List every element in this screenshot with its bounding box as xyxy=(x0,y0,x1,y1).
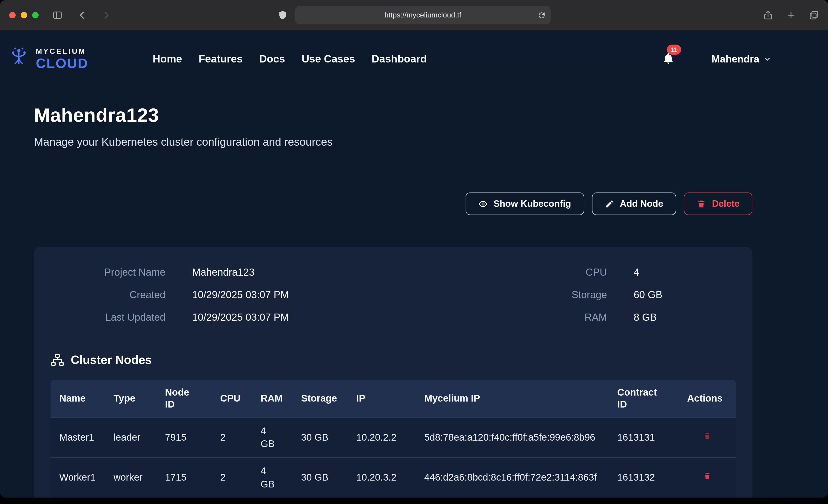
user-name: Mahendra xyxy=(711,53,759,65)
eye-icon xyxy=(478,199,487,208)
notifications-bell-icon[interactable]: 11 xyxy=(662,52,675,67)
cell-ram: 4 GB xyxy=(252,457,292,497)
site-header: MYCELIUM CLOUD Home Features Docs Use Ca… xyxy=(0,30,828,88)
table-row: Master1 leader 7915 2 4 GB 30 GB 10.20.2… xyxy=(50,417,736,457)
user-menu[interactable]: Mahendra xyxy=(711,53,771,65)
cell-type: leader xyxy=(105,417,156,457)
delete-node-button[interactable] xyxy=(703,472,711,481)
chevron-down-icon xyxy=(764,55,771,62)
history-nav xyxy=(77,10,111,20)
project-name-label: Project Name xyxy=(50,266,165,279)
close-window-button[interactable] xyxy=(9,12,16,18)
cluster-details-card: Project Name Mahendra123 Created 10/29/2… xyxy=(34,247,752,498)
created-value: 10/29/2025 03:07 PM xyxy=(192,289,289,301)
cell-ip: 10.20.2.2 xyxy=(347,417,415,457)
cell-mycelium-ip: 5d8:78ea:a120:f40c:ff0f:a5fe:99e6:8b96 xyxy=(415,417,609,457)
ram-value: 8 GB xyxy=(633,311,662,324)
nodes-table: Name Type Node ID CPU RAM Storage IP Myc… xyxy=(50,380,736,498)
sidebar-toggle-icon[interactable] xyxy=(52,10,63,20)
col-contract-id: Contract ID xyxy=(609,380,678,417)
privacy-shield-icon[interactable] xyxy=(278,10,288,20)
col-name: Name xyxy=(50,380,105,417)
trash-icon xyxy=(703,431,711,440)
cell-ram: 4 GB xyxy=(252,417,292,457)
cell-node-id: 1715 xyxy=(156,457,211,497)
show-kubeconfig-label: Show Kubeconfig xyxy=(493,199,571,209)
new-tab-icon[interactable] xyxy=(786,10,796,20)
table-row: Worker1 worker 1715 2 4 GB 30 GB 10.20.3… xyxy=(50,457,736,497)
cell-mycelium-ip: 446:d2a6:8bcd:8c16:ff0f:72e2:3114:863f xyxy=(415,457,609,497)
cell-node-id: 7915 xyxy=(156,417,211,457)
brand-line2: CLOUD xyxy=(36,56,88,70)
cell-actions xyxy=(678,457,736,497)
page: MYCELIUM CLOUD Home Features Docs Use Ca… xyxy=(0,30,828,498)
col-mycelium-ip: Mycelium IP xyxy=(415,380,609,417)
content: Mahendra123 Manage your Kubernetes clust… xyxy=(0,30,828,498)
cpu-value: 4 xyxy=(633,266,662,279)
browser-window: https://myceliumcloud.tf xyxy=(0,0,828,498)
url-text[interactable]: https://myceliumcloud.tf xyxy=(384,11,461,19)
cluster-nodes-heading: Cluster Nodes xyxy=(50,353,736,367)
reload-icon[interactable] xyxy=(538,11,546,19)
show-kubeconfig-button[interactable]: Show Kubeconfig xyxy=(465,193,584,215)
address-bar-group: https://myceliumcloud.tf xyxy=(278,6,551,24)
brand-line1: MYCELIUM xyxy=(36,48,88,55)
share-icon[interactable] xyxy=(763,10,773,20)
cell-storage: 30 GB xyxy=(292,417,347,457)
cell-actions xyxy=(678,417,736,457)
table-header-row: Name Type Node ID CPU RAM Storage IP Myc… xyxy=(50,380,736,417)
delete-node-button[interactable] xyxy=(703,431,711,440)
traffic-lights xyxy=(9,12,39,18)
zoom-window-button[interactable] xyxy=(32,12,39,18)
browser-chrome: https://myceliumcloud.tf xyxy=(0,0,828,30)
cell-type: worker xyxy=(105,457,156,497)
url-field[interactable]: https://myceliumcloud.tf xyxy=(295,6,551,24)
details-right: CPU 4 Storage 60 GB RAM 8 GB xyxy=(524,266,662,324)
col-type: Type xyxy=(105,380,156,417)
back-button-icon[interactable] xyxy=(77,10,87,20)
header-right: 11 Mahendra xyxy=(662,52,771,67)
cpu-label: CPU xyxy=(524,266,607,279)
cluster-nodes-title: Cluster Nodes xyxy=(71,353,152,367)
cluster-actions: Show Kubeconfig Add Node Delete xyxy=(34,193,752,215)
col-node-id: Node ID xyxy=(156,380,211,417)
cluster-details: Project Name Mahendra123 Created 10/29/2… xyxy=(50,266,736,324)
delete-cluster-button[interactable]: Delete xyxy=(684,193,752,215)
nav-docs[interactable]: Docs xyxy=(259,53,285,65)
nav-dashboard[interactable]: Dashboard xyxy=(372,53,427,65)
nav-features[interactable]: Features xyxy=(199,53,243,65)
nav-use-cases[interactable]: Use Cases xyxy=(301,53,355,65)
storage-value: 60 GB xyxy=(633,289,662,301)
stage: https://myceliumcloud.tf xyxy=(0,0,828,504)
cell-contract-id: 1613131 xyxy=(609,417,678,457)
col-ip: IP xyxy=(347,380,415,417)
brand-logo[interactable]: MYCELIUM CLOUD xyxy=(6,46,88,72)
trash-icon xyxy=(697,199,706,208)
brand-text: MYCELIUM CLOUD xyxy=(36,48,88,70)
notifications-count-badge: 11 xyxy=(667,44,681,54)
storage-label: Storage xyxy=(524,289,607,301)
last-updated-label: Last Updated xyxy=(50,311,165,324)
project-name-value: Mahendra123 xyxy=(192,266,289,279)
cell-cpu: 2 xyxy=(211,417,252,457)
cell-name: Master1 xyxy=(50,417,105,457)
delete-label: Delete xyxy=(712,199,740,209)
add-node-button[interactable]: Add Node xyxy=(592,193,676,215)
col-cpu: CPU xyxy=(211,380,252,417)
page-subtitle: Manage your Kubernetes cluster configura… xyxy=(34,135,752,149)
col-storage: Storage xyxy=(292,380,347,417)
tab-overview-icon[interactable] xyxy=(809,10,819,20)
cell-name: Worker1 xyxy=(50,457,105,497)
cell-cpu: 2 xyxy=(211,457,252,497)
forward-button-icon[interactable] xyxy=(101,10,111,20)
nav-home[interactable]: Home xyxy=(153,53,182,65)
mycelium-logo-icon xyxy=(6,46,31,72)
created-label: Created xyxy=(50,289,165,301)
minimize-window-button[interactable] xyxy=(21,12,27,18)
ram-label: RAM xyxy=(524,311,607,324)
details-left: Project Name Mahendra123 Created 10/29/2… xyxy=(50,266,289,324)
cell-contract-id: 1613132 xyxy=(609,457,678,497)
last-updated-value: 10/29/2025 03:07 PM xyxy=(192,311,289,324)
add-node-label: Add Node xyxy=(620,199,663,209)
col-actions: Actions xyxy=(678,380,736,417)
